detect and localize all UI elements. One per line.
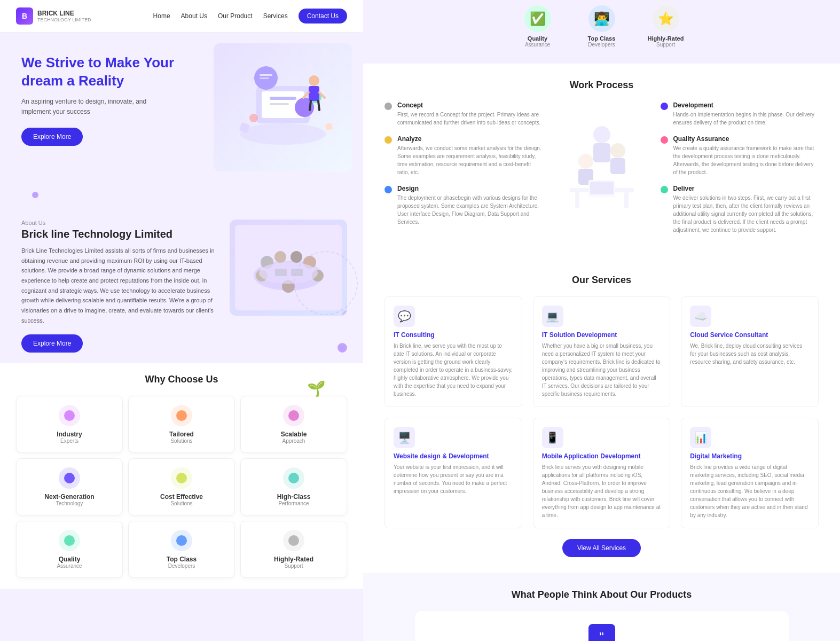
hero-svg bbox=[224, 54, 342, 161]
why-icon-2 bbox=[283, 405, 304, 426]
svg-point-10 bbox=[249, 114, 258, 122]
svg-point-31 bbox=[593, 126, 610, 143]
service-card-2: ☁️ Cloud Service Consultant We, Brick li… bbox=[681, 296, 819, 407]
step-concept-name: Concept bbox=[397, 101, 543, 109]
plant-icon: 🌱 bbox=[307, 380, 326, 397]
top-card-support: ⭐ Highly-Rated Support bbox=[634, 0, 698, 53]
why-card-sub-1: Solutions bbox=[135, 438, 228, 444]
why-icon-8 bbox=[283, 530, 304, 551]
logo-sub: TECHNOLOGY LIMITED bbox=[37, 17, 91, 22]
about-explore-button[interactable]: Explore More bbox=[21, 334, 83, 353]
step-dot-analyze bbox=[384, 136, 392, 144]
why-card-title-6: Quality bbox=[23, 556, 116, 563]
deco-circle bbox=[294, 251, 358, 315]
work-svg bbox=[559, 119, 645, 225]
right-panel: ✅ Quality Assurance 👨‍💻 Top Class Develo… bbox=[363, 0, 840, 641]
nav-services[interactable]: Services bbox=[263, 12, 288, 20]
svg-point-0 bbox=[240, 123, 326, 145]
service-desc-3: Your website is your first impression, a… bbox=[394, 463, 513, 495]
svg-point-35 bbox=[610, 143, 625, 158]
service-card-4: 📱 Mobile Application Development Brick l… bbox=[533, 418, 671, 528]
step-analyze-desc: Afterwards, we conduct some market analy… bbox=[397, 144, 543, 176]
work-steps-right: Development Hands-on implementation begi… bbox=[661, 101, 819, 243]
why-card-title-5: High-Class bbox=[247, 493, 340, 501]
tc-quality-label1: Quality bbox=[511, 35, 564, 42]
testimonial-card: " Lorem ipsum dolor sit amet, consectetu… bbox=[415, 611, 789, 641]
services-title: Our Services bbox=[384, 275, 819, 286]
view-all-services-button[interactable]: View All Services bbox=[562, 539, 641, 557]
step-dev-name: Development bbox=[673, 101, 819, 109]
svg-rect-5 bbox=[270, 103, 289, 105]
work-process-title: Work Process bbox=[384, 80, 819, 91]
why-icon-6 bbox=[59, 530, 80, 551]
svg-point-33 bbox=[578, 154, 593, 169]
why-card-1: Tailored Solutions bbox=[128, 396, 235, 453]
why-card-7: Top Class Developers bbox=[128, 521, 235, 578]
about-body: Brick Line Technologies Limited assists … bbox=[21, 246, 219, 326]
why-icon-5 bbox=[283, 467, 304, 489]
hero-explore-button[interactable]: Explore More bbox=[21, 128, 83, 146]
service-icon-2: ☁️ bbox=[690, 306, 711, 327]
service-desc-2: We, Brick line, deploy cloud consulting … bbox=[690, 342, 810, 366]
why-card-3: Next-Generation Technology bbox=[16, 458, 123, 515]
about-title: Brick line Technology Limited bbox=[21, 228, 219, 240]
testimonial-title: What People Think About Our Products bbox=[384, 589, 819, 600]
why-icon-3 bbox=[59, 467, 80, 489]
step-dev-desc: Hands-on implementation begins in this p… bbox=[673, 111, 819, 127]
why-card-8: Highly-Rated Support bbox=[240, 521, 347, 578]
step-deliver-desc: We deliver solutions in two steps. First… bbox=[673, 194, 819, 234]
navbar: B BRICK LINE TECHNOLOGY LIMITED Home Abo… bbox=[0, 0, 363, 33]
top-cards: ✅ Quality Assurance 👨‍💻 Top Class Develo… bbox=[363, 0, 840, 64]
top-card-developers: 👨‍💻 Top Class Developers bbox=[570, 0, 634, 53]
service-title-3: Website design & Development bbox=[394, 452, 513, 460]
why-icon-4 bbox=[171, 467, 192, 489]
svg-rect-7 bbox=[260, 74, 272, 76]
step-dot-deliver bbox=[661, 186, 668, 193]
about-section: About Us Brick line Technology Limited B… bbox=[0, 204, 363, 363]
svg-line-16 bbox=[318, 101, 319, 110]
step-dot-dev bbox=[661, 103, 668, 110]
service-card-1: 💻 IT Solution Development Whether you ha… bbox=[533, 296, 671, 407]
why-section: Why Choose Us 🌱 Industry Experts Tailore… bbox=[0, 363, 363, 589]
work-steps-left: Concept First, we record a Concept for t… bbox=[384, 101, 543, 243]
nav-home[interactable]: Home bbox=[153, 12, 170, 20]
quote-mark-icon: " bbox=[588, 624, 615, 641]
tc-support-label1: Highly-Rated bbox=[639, 35, 693, 42]
service-icon-4: 📱 bbox=[542, 427, 563, 448]
top-card-quality: ✅ Quality Assurance bbox=[506, 0, 570, 53]
contact-button[interactable]: Contact Us bbox=[299, 9, 347, 24]
svg-rect-29 bbox=[275, 269, 287, 276]
why-card-title-3: Next-Generation bbox=[23, 493, 116, 501]
logo-icon: B bbox=[16, 7, 33, 25]
service-card-5: 📊 Digital Marketing Brick line provides … bbox=[681, 418, 819, 528]
service-desc-0: In Brick line, we serve you with the mos… bbox=[394, 342, 513, 398]
step-dot-qa bbox=[661, 136, 668, 144]
svg-line-15 bbox=[310, 101, 311, 110]
step-analyze-name: Analyze bbox=[397, 135, 543, 143]
service-desc-4: Brick line serves you with designing mob… bbox=[542, 463, 662, 519]
step-design-desc: The deployment or phasebegin with variou… bbox=[397, 194, 543, 226]
tc-dev-label1: Top Class bbox=[575, 35, 629, 42]
why-card-4: Cost Effective Solutions bbox=[128, 458, 235, 515]
svg-rect-36 bbox=[610, 158, 625, 174]
svg-point-22 bbox=[274, 251, 286, 263]
why-card-6: Quality Assurance bbox=[16, 521, 123, 578]
why-card-title-1: Tailored bbox=[135, 431, 228, 438]
testimonial-section: What People Think About Our Products " L… bbox=[363, 573, 840, 641]
service-desc-1: Whether you have a big or small business… bbox=[542, 342, 662, 398]
why-card-sub-6: Assurance bbox=[23, 563, 116, 569]
svg-rect-18 bbox=[325, 123, 333, 131]
service-icon-1: 💻 bbox=[542, 306, 563, 327]
nav-about[interactable]: About Us bbox=[181, 12, 207, 20]
why-card-sub-7: Developers bbox=[135, 563, 228, 569]
step-design: Design The deployment or phasebegin with… bbox=[384, 185, 543, 226]
why-card-sub-4: Solutions bbox=[135, 501, 228, 506]
why-card-sub-3: Technology bbox=[23, 501, 116, 506]
about-dot2 bbox=[337, 343, 347, 353]
service-title-5: Digital Marketing bbox=[690, 452, 810, 460]
why-title: Why Choose Us bbox=[16, 374, 347, 385]
why-card-sub-2: Approach bbox=[247, 438, 340, 444]
why-card-0: Industry Experts bbox=[16, 396, 123, 453]
step-development: Development Hands-on implementation begi… bbox=[661, 101, 819, 127]
nav-product[interactable]: Our Product bbox=[218, 12, 253, 20]
